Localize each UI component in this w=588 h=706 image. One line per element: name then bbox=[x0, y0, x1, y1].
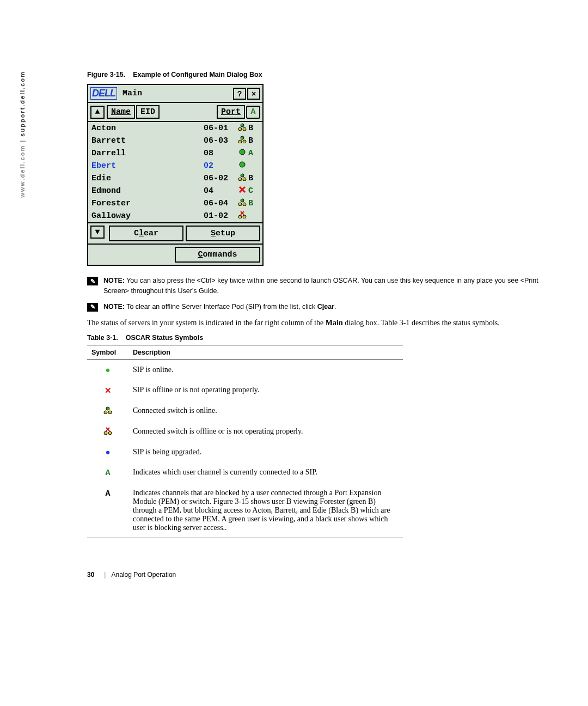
description-cell: Connected switch is online. bbox=[128, 401, 403, 422]
description-cell: SIP is online. bbox=[128, 360, 403, 381]
page-content: Figure 3-15.Example of Configured Main D… bbox=[87, 0, 555, 579]
server-row[interactable]: Barrett06-03B bbox=[88, 135, 262, 147]
table-title: OSCAR Status Symbols bbox=[126, 334, 203, 342]
server-port: 02 bbox=[204, 161, 236, 171]
note-icon: ✎ bbox=[87, 303, 98, 312]
side-url-dark: support.dell.com bbox=[19, 71, 26, 137]
status-icon bbox=[236, 148, 248, 159]
commands-button[interactable]: Commands bbox=[175, 247, 260, 263]
status-icon bbox=[236, 186, 248, 196]
symbol-cell: A bbox=[87, 483, 128, 538]
dialog-title: Main bbox=[122, 89, 232, 98]
svg-point-19 bbox=[243, 215, 246, 218]
clear-button[interactable]: Clear bbox=[109, 226, 183, 241]
status-icon bbox=[236, 136, 248, 146]
figure-caption: Figure 3-15.Example of Configured Main D… bbox=[87, 71, 555, 78]
status-symbols-table: Symbol Description ●SIP is online.✕SIP i… bbox=[87, 345, 403, 538]
server-row[interactable]: Darrell08A bbox=[88, 147, 262, 160]
symbol-cell: A bbox=[87, 462, 128, 483]
server-row[interactable]: Edie06-02B bbox=[88, 172, 262, 185]
note-2: ✎ NOTE: To clear an offline Server Inter… bbox=[87, 302, 555, 312]
svg-point-18 bbox=[238, 215, 242, 218]
server-name: Edmond bbox=[91, 186, 204, 196]
table-row: ●SIP is online. bbox=[87, 360, 403, 381]
dell-logo: DELL bbox=[90, 87, 117, 100]
svg-point-4 bbox=[238, 140, 242, 143]
svg-point-9 bbox=[238, 178, 242, 181]
column-header-row: ▲ Name EID Port A bbox=[88, 103, 262, 122]
close-button[interactable]: × bbox=[247, 88, 260, 100]
channel-indicator: B bbox=[248, 136, 259, 145]
server-name: Ebert bbox=[91, 161, 204, 171]
setup-button[interactable]: Setup bbox=[186, 226, 260, 241]
server-name: Edie bbox=[91, 174, 204, 183]
table-row: ✕SIP is offline or is not operating prop… bbox=[87, 380, 403, 401]
note-2-text: NOTE: To clear an offline Server Interfa… bbox=[103, 302, 555, 312]
button-row-1: ▼ Clear Setup bbox=[88, 222, 262, 244]
channel-indicator: B bbox=[248, 124, 259, 133]
status-icon bbox=[236, 211, 248, 221]
description-cell: SIP is offline or is not operating prope… bbox=[128, 380, 403, 401]
server-name: Forester bbox=[91, 199, 204, 208]
table-caption: Table 3-1.OSCAR Status Symbols bbox=[87, 334, 555, 342]
server-port: 04 bbox=[204, 186, 236, 196]
name-column-header[interactable]: Name bbox=[107, 105, 135, 119]
svg-point-13 bbox=[241, 199, 244, 202]
server-name: Darrell bbox=[91, 149, 204, 158]
svg-point-5 bbox=[243, 140, 246, 143]
server-row[interactable]: Ebert02 bbox=[88, 160, 262, 172]
svg-point-25 bbox=[104, 431, 107, 435]
server-name: Galloway bbox=[91, 211, 204, 221]
note-1: ✎ NOTE: You can also press the <Ctrl> ke… bbox=[87, 276, 555, 296]
figure-title: Example of Configured Main Dialog Box bbox=[133, 71, 262, 78]
symbol-cell: ● bbox=[87, 442, 128, 462]
server-row[interactable]: Forester06-04B bbox=[88, 197, 262, 210]
svg-point-8 bbox=[241, 174, 244, 177]
svg-point-7 bbox=[240, 162, 245, 167]
server-row[interactable]: Acton06-01B bbox=[88, 122, 262, 135]
note-1-text: NOTE: You can also press the <Ctrl> key … bbox=[103, 276, 555, 296]
server-port: 06-01 bbox=[204, 124, 236, 133]
section-name: Analog Port Operation bbox=[111, 571, 176, 579]
description-cell: SIP is being upgraded. bbox=[128, 442, 403, 462]
scroll-down-button[interactable]: ▼ bbox=[90, 226, 105, 239]
description-cell: Indicates which user channel is currentl… bbox=[128, 462, 403, 483]
symbol-cell: ● bbox=[87, 360, 128, 381]
table-row: Connected switch is online. bbox=[87, 401, 403, 422]
status-icon bbox=[236, 161, 248, 171]
th-description: Description bbox=[128, 345, 403, 360]
button-row-2: Commands bbox=[88, 244, 262, 265]
svg-point-15 bbox=[243, 203, 246, 206]
server-row[interactable]: Edmond04C bbox=[88, 185, 262, 197]
server-port: 06-03 bbox=[204, 136, 236, 145]
note-icon: ✎ bbox=[87, 277, 98, 285]
body-paragraph: The status of servers in your system is … bbox=[87, 317, 555, 328]
table-number: Table 3-1. bbox=[87, 334, 118, 342]
svg-point-1 bbox=[238, 127, 242, 131]
titlebar: DELL Main ? × bbox=[88, 85, 262, 103]
table-row: AIndicates channels that are blocked by … bbox=[87, 483, 403, 538]
svg-point-0 bbox=[241, 124, 244, 127]
th-symbol: Symbol bbox=[87, 345, 128, 360]
help-button[interactable]: ? bbox=[233, 88, 246, 100]
footer-separator: | bbox=[104, 571, 106, 579]
page-footer: 30 | Analog Port Operation bbox=[87, 571, 555, 579]
svg-point-14 bbox=[238, 203, 242, 206]
svg-point-20 bbox=[106, 407, 109, 410]
user-a-indicator: A bbox=[246, 106, 260, 119]
server-port: 06-02 bbox=[204, 174, 236, 183]
svg-point-26 bbox=[108, 431, 112, 435]
svg-point-6 bbox=[240, 149, 245, 155]
channel-indicator: B bbox=[248, 199, 259, 208]
logo-text: DELL bbox=[90, 87, 117, 100]
server-list: Acton06-01BBarrett06-03BDarrell08AEbert0… bbox=[88, 122, 262, 222]
server-port: 06-04 bbox=[204, 199, 236, 208]
port-column-header[interactable]: Port bbox=[217, 105, 245, 119]
symbol-cell bbox=[87, 422, 128, 442]
scroll-up-button[interactable]: ▲ bbox=[90, 106, 105, 119]
status-icon bbox=[236, 198, 248, 209]
eid-column-header[interactable]: EID bbox=[136, 105, 160, 119]
server-port: 01-02 bbox=[204, 211, 236, 221]
page-number: 30 bbox=[87, 571, 94, 579]
server-row[interactable]: Galloway01-02 bbox=[88, 210, 262, 222]
